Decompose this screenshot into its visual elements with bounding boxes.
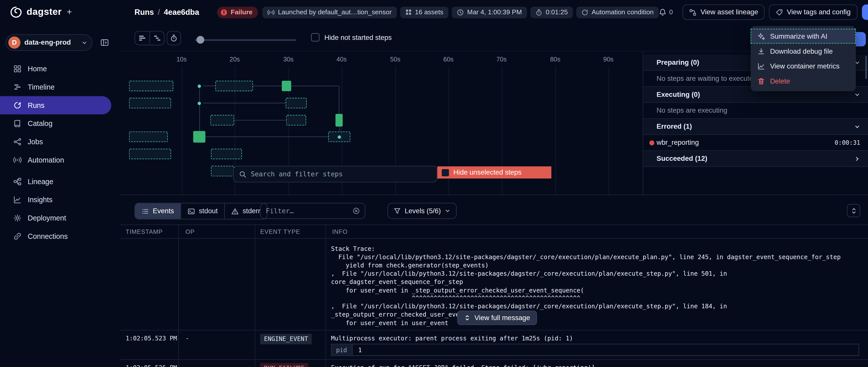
sidebar-item-label: Connections	[28, 232, 68, 240]
section-preparing-empty-label: No steps are waiting to execute	[656, 74, 753, 82]
sidebar-item-insights[interactable]: Insights	[0, 191, 111, 209]
gantt-step-bar[interactable]	[129, 131, 168, 142]
gantt-connector-line	[234, 120, 286, 121]
expand-log-panel-button[interactable]	[847, 204, 860, 217]
tab-stdout[interactable]: stdout	[181, 203, 224, 219]
tab-events[interactable]: Events	[135, 203, 181, 219]
axis-tick-label: 90s	[603, 56, 614, 63]
gantt-zoom-slider-knob[interactable]	[196, 36, 204, 44]
sidebar-item-connections[interactable]: Connections	[0, 227, 111, 245]
log-view-tabs: Events stdout stderr	[135, 203, 268, 220]
tag-duration[interactable]: 0:01:25	[530, 6, 573, 18]
gantt-zoom-slider-track[interactable]	[195, 39, 296, 41]
gantt-step-bar[interactable]	[129, 98, 171, 108]
sidebar-item-jobs[interactable]: Jobs	[0, 133, 111, 151]
sidebar-item-label: Automation	[28, 156, 64, 164]
tag-automation-condition[interactable]: Automation condition	[576, 6, 659, 18]
gantt-step-bar[interactable]	[129, 81, 173, 91]
alerts-indicator[interactable]: 0	[658, 8, 673, 16]
sidebar-item-timeline[interactable]: Timeline	[0, 78, 111, 96]
sidebar-item-label: Timeline	[28, 83, 55, 91]
section-succeeded-title: Succeeded (12)	[656, 155, 707, 163]
collapse-sidebar-icon	[100, 38, 109, 47]
sidebar-item-deployment[interactable]: Deployment	[0, 209, 111, 227]
column-event-type: EVENT TYPE	[260, 225, 300, 239]
error-status-dot	[649, 140, 654, 145]
sidebar-item-lineage[interactable]: Lineage	[0, 172, 111, 191]
log-filter-placeholder: Filter…	[266, 207, 352, 215]
tag-assets[interactable]: 16 assets	[400, 6, 448, 18]
gantt-step-bar[interactable]	[129, 149, 171, 159]
run-logs-panel: Events stdout stderr Filter…	[120, 195, 868, 367]
log-timestamp: 1:02:05.523 PM	[126, 335, 177, 342]
gantt-gridline	[608, 66, 609, 194]
view-tags-config-button[interactable]: View tags and config	[769, 4, 858, 20]
tag-start-time[interactable]: Mar 4, 1:00:39 PM	[452, 6, 527, 18]
app-window: dagster + Runs / 4eae6dba Failure Launch…	[0, 0, 868, 367]
menu-item-container-metrics[interactable]: View container metrics	[751, 59, 856, 73]
tab-stdout-label: stdout	[199, 207, 218, 215]
assets-grid-icon	[405, 9, 411, 15]
gantt-waterfall-layout-button[interactable]	[149, 32, 164, 45]
connections-icon	[13, 232, 22, 240]
sidebar-item-runs[interactable]: Runs	[0, 96, 111, 114]
gantt-step-bar[interactable]	[211, 166, 234, 176]
view-asset-lineage-button[interactable]: View asset lineage	[683, 4, 765, 20]
filter-funnel-icon	[394, 207, 401, 214]
menu-item-download-debug[interactable]: Download debug file	[751, 44, 856, 59]
section-errored-header[interactable]: Errored (1)	[643, 119, 868, 135]
run-actions-menu: Summarize with AI Download debug file Vi…	[751, 26, 856, 91]
tag-launched-by[interactable]: Launched by default_aut…tion_sensor	[262, 6, 397, 18]
timeline-icon	[13, 83, 22, 91]
log-row-engine-event[interactable]: 1:02:05.523 PM - ENGINE_EVENT Multiproce…	[120, 331, 868, 360]
sidebar-nav: Home Timeline Runs	[0, 60, 111, 245]
step-search-box[interactable]: Search and filter steps	[233, 166, 437, 182]
hide-unselected-checkbox[interactable]	[442, 169, 449, 176]
gantt-step-bar[interactable]	[211, 149, 242, 159]
menu-item-summarize-ai[interactable]: Summarize with AI	[751, 29, 856, 44]
search-icon	[239, 171, 246, 178]
sidebar-item-catalog[interactable]: Catalog	[0, 114, 111, 133]
sidebar-item-automation[interactable]: Automation	[0, 151, 111, 169]
log-row-run-failure[interactable]: 1:02:05.526 PM - RUN_FAILURE Execution o…	[120, 360, 868, 367]
dagster-spiral-icon	[10, 6, 22, 18]
gantt-timing-toggle-button[interactable]	[166, 31, 181, 45]
gantt-step-bar[interactable]	[193, 131, 205, 142]
hide-not-started-checkbox[interactable]	[311, 33, 319, 41]
gantt-step-bar[interactable]	[286, 115, 306, 126]
collapse-sidebar-button[interactable]	[97, 35, 112, 50]
breadcrumb-runs-link[interactable]: Runs	[135, 8, 154, 16]
run-actions-dropdown-button[interactable]	[862, 4, 868, 20]
log-filter-input[interactable]: Filter…	[260, 203, 366, 219]
column-timestamp: TIMESTAMP	[126, 225, 163, 239]
gantt-flat-layout-button[interactable]	[135, 32, 149, 45]
log-event-type-badge: ENGINE_EVENT	[260, 334, 312, 344]
logo-plus: +	[67, 7, 72, 17]
dagster-logo[interactable]: dagster +	[10, 6, 120, 18]
status-panel-scrollbar[interactable]	[865, 56, 867, 79]
log-levels-dropdown[interactable]: Levels (5/6)	[388, 203, 457, 219]
axis-tick-label: 50s	[390, 56, 400, 63]
stack-trace-text: Stack Trace: File "/usr/local/lib/python…	[331, 245, 841, 328]
tab-stderr-label: stderr	[243, 207, 260, 215]
view-full-message-button[interactable]: View full message	[457, 310, 537, 325]
section-executing-empty-label: No steps are executing	[656, 107, 727, 114]
gantt-connector-line	[339, 127, 340, 132]
workspace-switcher[interactable]: D data-eng-prod	[5, 34, 92, 51]
metrics-chart-icon	[757, 62, 765, 70]
axis-tick-label: 20s	[229, 56, 240, 63]
gantt-step-bar[interactable]	[336, 114, 343, 127]
gantt-step-bar[interactable]	[282, 81, 291, 91]
clear-filter-icon[interactable]	[352, 207, 360, 214]
view-tags-config-label: View tags and config	[787, 8, 851, 16]
errored-step-row[interactable]: wbr_reporting 0:00:31	[643, 135, 868, 151]
menu-item-delete[interactable]: Delete	[751, 73, 856, 88]
sidebar-item-home[interactable]: Home	[0, 60, 111, 78]
gantt-step-bar[interactable]	[215, 81, 253, 91]
sidebar-item-label: Deployment	[28, 214, 66, 222]
gantt-gridline	[182, 66, 182, 194]
section-succeeded-header[interactable]: Succeeded (12)	[643, 151, 868, 167]
gantt-step-bar[interactable]	[211, 115, 234, 126]
gantt-step-bar[interactable]	[285, 98, 307, 108]
breadcrumb: Runs / 4eae6dba	[135, 8, 199, 16]
